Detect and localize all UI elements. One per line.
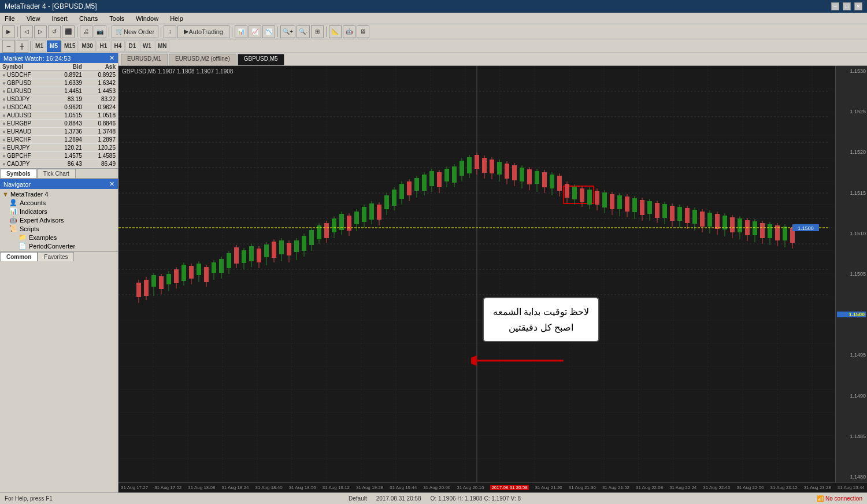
market-watch-row[interactable]: ●AUDUSD 1.0515 1.0518 xyxy=(0,112,118,120)
statusbar-default: Default xyxy=(349,495,367,502)
market-watch-row[interactable]: ●USDCAD 0.9620 0.9624 xyxy=(0,103,118,112)
menu-charts[interactable]: Charts xyxy=(77,14,100,23)
tb-chart-candle[interactable]: 📈 xyxy=(249,25,261,38)
mw-col-symbol: Symbol xyxy=(0,63,51,71)
chart-tab-gbpusdm5[interactable]: GBPUSD,M5 xyxy=(238,54,284,65)
period-h4[interactable]: H4 xyxy=(111,40,125,52)
time-17: 31 Aug 22:40 xyxy=(703,485,730,490)
period-m30[interactable]: M30 xyxy=(79,40,95,52)
time-11: 31 Aug 20:16 xyxy=(457,485,484,490)
nav-file-icon: 📄 xyxy=(18,242,27,250)
nav-item-expertadvisors[interactable]: 🤖 Expert Advisors xyxy=(0,216,118,224)
time-20: 31 Aug 23:28 xyxy=(804,485,831,490)
tb-zoom-out[interactable]: 🔍- xyxy=(297,25,310,38)
mw-symbol-9: ●EURJPY xyxy=(0,144,51,152)
period-m5[interactable]: M5 xyxy=(47,40,61,52)
nav-scripts-icon: 📜 xyxy=(9,225,17,232)
svg-rect-137 xyxy=(640,200,644,215)
tb-back-btn[interactable]: ◁ xyxy=(20,25,33,38)
svg-rect-143 xyxy=(662,204,667,218)
autotrading-button[interactable]: ▶ AutoTrading xyxy=(177,25,229,38)
nav-item-periodconverter[interactable]: 📄 PeriodConverter xyxy=(0,242,118,250)
mw-tab-symbols[interactable]: Symbols xyxy=(0,169,37,178)
nav-close-icon[interactable]: ✕ xyxy=(109,180,114,188)
svg-rect-99 xyxy=(497,162,502,175)
nav-item-metatrader4[interactable]: ▼ MetaTrader 4 xyxy=(0,190,118,198)
mw-bid-5: 1.0515 xyxy=(51,112,84,120)
statusbar: For Help, press F1 Default 2017.08.31 20… xyxy=(0,492,867,504)
new-order-button[interactable]: 🛒 New Order xyxy=(112,25,158,38)
nav-item-examples[interactable]: 📁 Examples xyxy=(0,233,118,242)
market-watch-row[interactable]: ●EURGBP 0.8843 0.8846 xyxy=(0,120,118,128)
mw-symbol-7: ●EURAUD xyxy=(0,128,51,136)
menu-help[interactable]: Help xyxy=(168,14,186,23)
chart-canvas[interactable]: GBPUSD,M5 1.1907 1.1908 1.1907 1.1908 xyxy=(118,66,867,482)
menu-tools[interactable]: Tools xyxy=(107,14,127,23)
mw-close-icon[interactable]: ✕ xyxy=(109,54,114,62)
tb-screenshot-btn[interactable]: 📷 xyxy=(94,25,106,38)
period-d1[interactable]: D1 xyxy=(125,40,139,52)
svg-rect-17 xyxy=(189,266,194,279)
svg-rect-107 xyxy=(527,169,532,184)
close-button[interactable]: ✕ xyxy=(854,2,862,10)
svg-rect-135 xyxy=(632,198,637,212)
market-watch-row[interactable]: ●GBPUSD 1.6339 1.6342 xyxy=(0,79,118,87)
tb-zoom-in[interactable]: 🔍+ xyxy=(280,25,295,38)
svg-rect-123 xyxy=(587,190,592,205)
connection-text: No connection xyxy=(825,495,862,502)
period-m15[interactable]: M15 xyxy=(61,40,78,52)
tb-arrows[interactable]: ↕ xyxy=(164,25,176,38)
chart-tab-eurusdm2[interactable]: EURUSD,M2 (offline) xyxy=(169,54,236,65)
tb-new-btn[interactable]: ▶ xyxy=(2,25,15,38)
market-watch-row[interactable]: ●EURUSD 1.4451 1.4453 xyxy=(0,87,118,95)
window-buttons: – □ ✕ xyxy=(831,2,862,10)
tb-chart-line[interactable]: 📉 xyxy=(262,25,275,38)
period-w1[interactable]: W1 xyxy=(140,40,154,52)
svg-rect-141 xyxy=(655,203,659,218)
nav-label-scripts: Scripts xyxy=(20,225,39,232)
market-watch-row[interactable]: ●USDCHF 0.8921 0.8925 xyxy=(0,71,118,79)
period-h1[interactable]: H1 xyxy=(97,40,110,52)
market-watch-row[interactable]: ●EURAUD 1.3736 1.3748 xyxy=(0,128,118,136)
market-watch-row[interactable]: ●USDJPY 83.19 83.22 xyxy=(0,95,118,103)
tb-line-tool[interactable]: ─ xyxy=(2,40,15,53)
minimize-button[interactable]: – xyxy=(831,2,839,10)
tb-grid[interactable]: ⊞ xyxy=(311,25,324,38)
tb-cursor-tool[interactable]: ╫ xyxy=(16,40,28,53)
tb-terminal[interactable]: 🖥 xyxy=(357,25,369,38)
tb-stop-btn[interactable]: ⬛ xyxy=(62,25,75,38)
svg-rect-115 xyxy=(557,176,562,191)
nav-item-scripts[interactable]: 📜 Scripts xyxy=(0,224,118,233)
market-watch-row[interactable]: ●EURCHF 1.2894 1.2897 xyxy=(0,136,118,144)
market-watch-row[interactable]: ●GBPCHF 1.4575 1.4585 xyxy=(0,152,118,160)
period-mn[interactable]: MN xyxy=(155,40,170,52)
chart-tab-eurusdm1[interactable]: EURUSD,M1 xyxy=(121,54,168,65)
nav-label-mt4: MetaTrader 4 xyxy=(10,191,49,198)
market-watch-row[interactable]: ●EURJPY 120.21 120.25 xyxy=(0,144,118,152)
nav-tab-common[interactable]: Common xyxy=(0,252,38,261)
market-watch-title: Market Watch: 16:24:53 xyxy=(3,55,71,62)
svg-rect-71 xyxy=(392,190,397,206)
mw-symbol-3: ●USDJPY xyxy=(0,95,51,103)
svg-rect-27 xyxy=(227,253,231,268)
tb-indicators[interactable]: 📐 xyxy=(329,25,342,38)
menu-view[interactable]: View xyxy=(24,14,43,23)
price-level-9: 1.1490 xyxy=(837,393,866,399)
mw-tab-tick[interactable]: Tick Chart xyxy=(37,169,76,178)
market-watch-table: Symbol Bid Ask ●USDCHF 0.8921 0.8925 ●GB… xyxy=(0,63,118,168)
nav-tab-favorites[interactable]: Favorites xyxy=(38,252,74,261)
period-m1[interactable]: M1 xyxy=(32,40,46,52)
tb-forward-btn[interactable]: ▷ xyxy=(34,25,47,38)
nav-item-indicators[interactable]: 📊 Indicators xyxy=(0,207,118,216)
nav-item-accounts[interactable]: 👤 Accounts xyxy=(0,198,118,207)
tb-experts[interactable]: 🤖 xyxy=(343,25,355,38)
tb-chart-bar[interactable]: 📊 xyxy=(235,25,247,38)
tb-print-btn[interactable]: 🖨 xyxy=(80,25,92,38)
market-watch-row[interactable]: ●CADJPY 86.43 86.49 xyxy=(0,160,118,168)
menu-file[interactable]: File xyxy=(2,14,17,23)
menu-insert[interactable]: Insert xyxy=(49,14,70,23)
maximize-button[interactable]: □ xyxy=(843,2,851,10)
menu-window[interactable]: Window xyxy=(134,14,161,23)
arabic-annotation: لاحظ توقيت بداية الشمعه اصبح كل دقيقتين xyxy=(483,297,599,342)
tb-reload-btn[interactable]: ↺ xyxy=(48,25,61,38)
